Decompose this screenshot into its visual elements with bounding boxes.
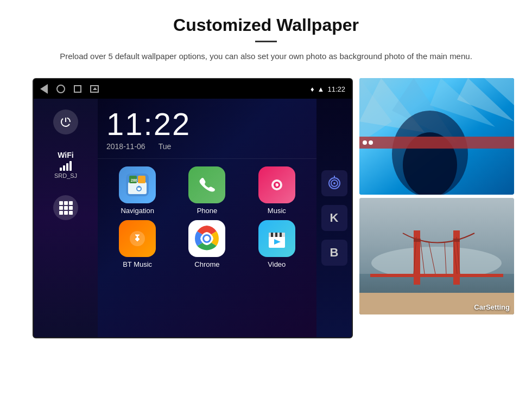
- svg-rect-23: [280, 233, 282, 237]
- title-divider: [255, 41, 277, 42]
- app-video[interactable]: Video: [245, 220, 309, 268]
- app-phone[interactable]: Phone: [175, 166, 239, 215]
- page-description: Preload over 5 default wallpaper options…: [43, 50, 489, 63]
- k-media-button[interactable]: K: [321, 205, 347, 231]
- svg-text:♪: ♪: [274, 182, 277, 188]
- bridge-wallpaper-thumbnail[interactable]: CarSetting: [359, 198, 514, 314]
- app-navigation[interactable]: 280 Navigation: [105, 166, 169, 215]
- bt-music-label: BT Music: [123, 260, 152, 268]
- signal-bar-4: [69, 161, 72, 171]
- wallpaper-thumbnails: CarSetting: [359, 78, 514, 314]
- android-body: WiFi SRD_SJ: [34, 99, 352, 337]
- svg-text:280: 280: [131, 178, 137, 182]
- music-icon: ♪: [258, 166, 295, 203]
- screenshot-button[interactable]: [90, 85, 99, 93]
- day-display: Tue: [159, 142, 172, 151]
- phone-label: Phone: [197, 207, 218, 215]
- clock-date: 2018-11-06 Tue: [106, 142, 308, 151]
- nav-buttons: [40, 84, 99, 94]
- chrome-icon: [188, 220, 225, 257]
- app-grid: 280 Navigation: [98, 159, 316, 276]
- clock-time: 11:22: [106, 108, 308, 140]
- svg-rect-21: [271, 233, 273, 237]
- signal-bar-2: [63, 165, 65, 171]
- content-area: ♦ ▲ 11:22 WiFi: [0, 73, 532, 344]
- right-media-panel: K B: [316, 99, 352, 337]
- clock-section: 11:22 2018-11-06 Tue: [98, 99, 316, 159]
- signal-bar-1: [60, 168, 62, 171]
- wifi-label: WiFi: [54, 151, 77, 159]
- status-bar: ♦ ▲ 11:22: [34, 79, 352, 99]
- back-button[interactable]: [40, 84, 48, 94]
- grid-icon: [59, 201, 73, 215]
- navigation-label: Navigation: [121, 207, 154, 215]
- wifi-ssid: SRD_SJ: [54, 172, 77, 179]
- wifi-icon: ▲: [318, 85, 325, 93]
- phone-icon: [188, 166, 225, 203]
- music-label: Music: [268, 207, 286, 215]
- chrome-label: Chrome: [194, 260, 219, 268]
- wifi-widget: WiFi SRD_SJ: [54, 151, 77, 179]
- carsetting-label: CarSetting: [474, 303, 510, 311]
- video-icon: [258, 220, 295, 257]
- svg-rect-5: [138, 176, 145, 183]
- thumbnail-overlay-bar: [359, 137, 514, 149]
- home-button[interactable]: [56, 85, 65, 93]
- recents-button[interactable]: [74, 85, 81, 93]
- bt-music-icon: [119, 220, 156, 257]
- video-label: Video: [268, 260, 286, 268]
- app-chrome[interactable]: Chrome: [175, 220, 239, 268]
- center-content: 11:22 2018-11-06 Tue: [98, 99, 316, 337]
- signal-media-button[interactable]: [321, 170, 347, 196]
- svg-point-18: [204, 236, 210, 241]
- svg-point-27: [333, 182, 335, 184]
- signal-bar-3: [66, 163, 68, 171]
- power-button[interactable]: [53, 110, 78, 134]
- status-indicators: ♦ ▲ 11:22: [311, 85, 345, 93]
- app-music[interactable]: ♪ Music: [245, 166, 309, 215]
- date-display: 2018-11-06: [106, 142, 145, 151]
- page-header: Customized Wallpaper Preload over 5 defa…: [0, 0, 532, 73]
- svg-rect-22: [275, 233, 277, 237]
- page-title: Customized Wallpaper: [43, 15, 489, 35]
- navigation-icon: 280: [119, 166, 156, 203]
- location-icon: ♦: [311, 85, 314, 93]
- b-media-button[interactable]: B: [321, 240, 347, 266]
- time-display: 11:22: [327, 85, 345, 93]
- left-sidebar: WiFi SRD_SJ: [34, 99, 98, 337]
- svg-rect-46: [370, 274, 503, 277]
- ice-wallpaper-thumbnail[interactable]: [359, 78, 514, 195]
- wifi-signal-bars: [54, 161, 77, 171]
- android-mockup: ♦ ▲ 11:22 WiFi: [33, 78, 353, 338]
- app-bt-music[interactable]: BT Music: [105, 220, 169, 268]
- all-apps-button[interactable]: [53, 195, 78, 220]
